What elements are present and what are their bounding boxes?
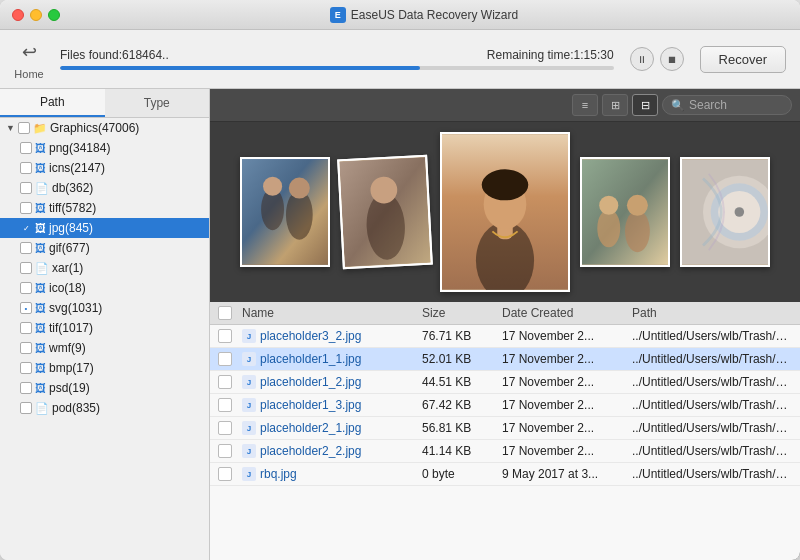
- thumbnail-2[interactable]: [337, 155, 433, 270]
- file-name-5: placeholder2_1.jpg: [260, 421, 422, 435]
- sidebar-item-gif[interactable]: 🖼 gif(677): [0, 238, 209, 258]
- thumb-image-2: [339, 157, 430, 267]
- svg-rect-13: [582, 159, 668, 264]
- checkbox-bmp[interactable]: [20, 362, 32, 374]
- grid-view-button[interactable]: ⊞: [602, 94, 628, 116]
- file-row[interactable]: J placeholder1_1.jpg 52.01 KB 17 Novembe…: [210, 348, 800, 371]
- remaining-text: Remaining time:1:15:30: [487, 48, 614, 62]
- item-label-svg: svg(1031): [49, 301, 102, 315]
- svg-point-22: [735, 207, 745, 217]
- titlebar-title: E EaseUS Data Recovery Wizard: [60, 7, 788, 23]
- file-path-5: ../Untitled/Users/wlb/Trash/paul'...: [632, 421, 792, 435]
- file-row[interactable]: J placeholder1_2.jpg 44.51 KB 17 Novembe…: [210, 371, 800, 394]
- file-name-1: placeholder3_2.jpg: [260, 329, 422, 343]
- svg-point-4: [289, 178, 310, 199]
- folder-icon: 📁: [33, 122, 47, 135]
- file-checkbox-1[interactable]: [218, 329, 232, 343]
- file-type-icon-6: J: [242, 444, 256, 458]
- list-view-button[interactable]: ≡: [572, 94, 598, 116]
- checkbox-icns[interactable]: [20, 162, 32, 174]
- sidebar-item-pod[interactable]: 📄 pod(835): [0, 398, 209, 418]
- sidebar-item-svg[interactable]: • 🖼 svg(1031): [0, 298, 209, 318]
- minimize-button[interactable]: [30, 9, 42, 21]
- file-date-7: 9 May 2017 at 3...: [502, 467, 632, 481]
- file-icon-xar: 📄: [35, 262, 49, 275]
- sidebar-item-graphics[interactable]: ▼ 📁 Graphics(47006): [0, 118, 209, 138]
- sidebar-item-tiff1[interactable]: 🖼 tiff(5782): [0, 198, 209, 218]
- thumbnail-5[interactable]: [680, 157, 770, 267]
- file-icon-icns: 🖼: [35, 162, 46, 174]
- file-checkbox-7[interactable]: [218, 467, 232, 481]
- file-checkbox-3[interactable]: [218, 375, 232, 389]
- file-icon-jpg: 🖼: [35, 222, 46, 234]
- file-path-6: ../Untitled/Users/wlb/Trash/paul'...: [632, 444, 792, 458]
- checkbox-wmf[interactable]: [20, 342, 32, 354]
- file-checkbox-5[interactable]: [218, 421, 232, 435]
- sidebar-item-jpg[interactable]: 🖼 jpg(845): [0, 218, 209, 238]
- sidebar-item-png[interactable]: 🖼 png(34184): [0, 138, 209, 158]
- checkbox-graphics[interactable]: [18, 122, 30, 134]
- file-row[interactable]: J rbq.jpg 0 byte 9 May 2017 at 3... ../U…: [210, 463, 800, 486]
- remaining-label: Remaining time:: [487, 48, 574, 62]
- file-icon-tiff1: 🖼: [35, 202, 46, 214]
- search-box[interactable]: 🔍 Search: [662, 95, 792, 115]
- file-path-7: ../Untitled/Users/wlb/Trash/paul'...: [632, 467, 792, 481]
- file-checkbox-2[interactable]: [218, 352, 232, 366]
- thumbnail-3[interactable]: [440, 132, 570, 292]
- file-checkbox-4[interactable]: [218, 398, 232, 412]
- header-path: Path: [632, 306, 792, 320]
- file-name-3: placeholder1_2.jpg: [260, 375, 422, 389]
- file-date-5: 17 November 2...: [502, 421, 632, 435]
- file-path-1: ../Untitled/Users/wlb/Trash/paul'...: [632, 329, 792, 343]
- file-row[interactable]: J placeholder2_2.jpg 41.14 KB 17 Novembe…: [210, 440, 800, 463]
- file-row[interactable]: J placeholder3_2.jpg 76.71 KB 17 Novembe…: [210, 325, 800, 348]
- file-type-icon-1: J: [242, 329, 256, 343]
- checkbox-tiff2[interactable]: [20, 322, 32, 334]
- file-date-4: 17 November 2...: [502, 398, 632, 412]
- pause-button[interactable]: ⏸: [630, 47, 654, 71]
- file-type-icon-4: J: [242, 398, 256, 412]
- sidebar: Path Type ▼ 📁 Graphics(47006) 🖼 png(3418…: [0, 89, 210, 560]
- maximize-button[interactable]: [48, 9, 60, 21]
- tab-path[interactable]: Path: [0, 89, 105, 117]
- thumb-view-button[interactable]: ⊟: [632, 94, 658, 116]
- thumbnail-1[interactable]: [240, 157, 330, 267]
- checkbox-png[interactable]: [20, 142, 32, 154]
- file-type-icon-2: J: [242, 352, 256, 366]
- home-label: Home: [14, 68, 43, 80]
- sidebar-item-psd[interactable]: 🖼 psd(19): [0, 378, 209, 398]
- sidebar-item-ico[interactable]: 🖼 ico(18): [0, 278, 209, 298]
- select-all-checkbox[interactable]: [218, 306, 232, 320]
- file-icon-svg: 🖼: [35, 302, 46, 314]
- sidebar-item-bmp[interactable]: 🖼 bmp(17): [0, 358, 209, 378]
- sidebar-item-wmf[interactable]: 🖼 wmf(9): [0, 338, 209, 358]
- checkbox-jpg[interactable]: [20, 222, 32, 234]
- checkbox-xar[interactable]: [20, 262, 32, 274]
- checkbox-pod[interactable]: [20, 402, 32, 414]
- checkbox-ico[interactable]: [20, 282, 32, 294]
- checkbox-psd[interactable]: [20, 382, 32, 394]
- stop-button[interactable]: ⏹: [660, 47, 684, 71]
- recover-button[interactable]: Recover: [700, 46, 786, 73]
- file-name-6: placeholder2_2.jpg: [260, 444, 422, 458]
- checkbox-tiff1[interactable]: [20, 202, 32, 214]
- close-button[interactable]: [12, 9, 24, 21]
- file-icon-gif: 🖼: [35, 242, 46, 254]
- file-checkbox-6[interactable]: [218, 444, 232, 458]
- remaining-value: 1:15:30: [574, 48, 614, 62]
- sidebar-item-tiff2[interactable]: 🖼 tif(1017): [0, 318, 209, 338]
- checkbox-db[interactable]: [20, 182, 32, 194]
- file-row[interactable]: J placeholder2_1.jpg 56.81 KB 17 Novembe…: [210, 417, 800, 440]
- tab-type[interactable]: Type: [105, 89, 210, 117]
- thumbnail-4[interactable]: [580, 157, 670, 267]
- checkbox-gif[interactable]: [20, 242, 32, 254]
- sidebar-item-xar[interactable]: 📄 xar(1): [0, 258, 209, 278]
- back-button[interactable]: ↩: [14, 38, 44, 66]
- file-row[interactable]: J placeholder1_3.jpg 67.42 KB 17 Novembe…: [210, 394, 800, 417]
- app-icon: E: [330, 7, 346, 23]
- checkbox-svg[interactable]: •: [20, 302, 32, 314]
- topbar: ↩ Home Files found:618464.. Remaining ti…: [0, 30, 800, 89]
- sidebar-item-icns[interactable]: 🖼 icns(2147): [0, 158, 209, 178]
- progress-section: Files found:618464.. Remaining time:1:15…: [60, 48, 614, 70]
- sidebar-item-db[interactable]: 📄 db(362): [0, 178, 209, 198]
